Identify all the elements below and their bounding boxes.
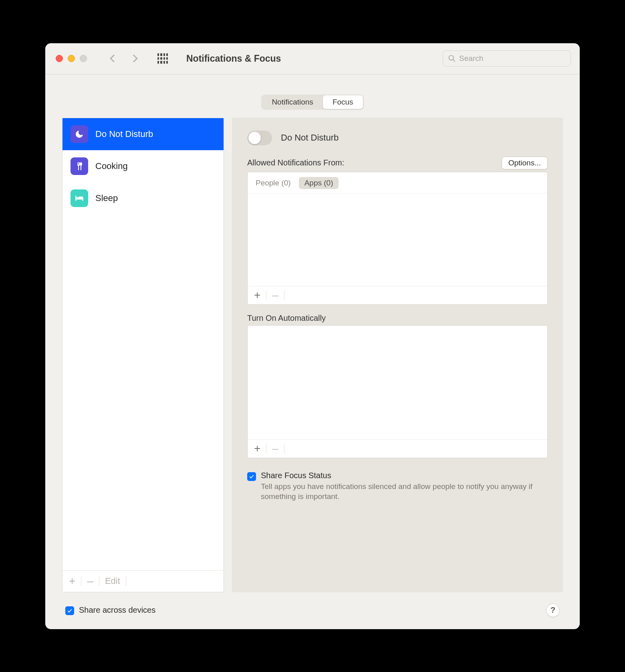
- divider: [99, 576, 99, 586]
- share-focus-checkbox[interactable]: [247, 472, 256, 481]
- segmented-control-wrap: Notifications Focus: [45, 95, 580, 110]
- edit-focus-button[interactable]: Edit: [105, 576, 120, 586]
- allowed-listbox: People (0) Apps (0) + –: [247, 172, 548, 305]
- add-focus-button[interactable]: +: [69, 575, 75, 587]
- bed-icon: [71, 189, 88, 207]
- divider: [266, 290, 266, 300]
- remove-allowed-button[interactable]: –: [272, 289, 278, 302]
- focus-list-footer: + – Edit: [62, 570, 224, 592]
- divider: [126, 576, 126, 586]
- focus-item-dnd[interactable]: Do Not Disturb: [62, 118, 224, 150]
- svg-line-1: [453, 60, 455, 62]
- search-input[interactable]: [459, 54, 566, 63]
- dnd-toggle-label: Do Not Disturb: [281, 133, 339, 143]
- auto-listbox: + –: [247, 325, 548, 458]
- window-title: Notifications & Focus: [186, 53, 438, 64]
- tab-people[interactable]: People (0): [256, 179, 291, 187]
- fork-knife-icon: [71, 157, 88, 175]
- search-icon: [448, 54, 456, 62]
- allowed-list-body: [248, 193, 547, 286]
- share-focus-desc: Tell apps you have notifications silence…: [261, 481, 548, 502]
- allowed-heading-row: Allowed Notifications From: Options...: [247, 157, 548, 169]
- show-all-prefs-button[interactable]: [157, 53, 168, 64]
- moon-icon: [71, 125, 88, 143]
- divider: [266, 444, 266, 453]
- focus-item-sleep[interactable]: Sleep: [62, 182, 224, 214]
- tab-notifications[interactable]: Notifications: [262, 95, 323, 109]
- share-devices-row: Share across devices: [65, 605, 155, 615]
- help-button[interactable]: ?: [546, 604, 560, 617]
- share-devices-label: Share across devices: [79, 606, 155, 615]
- remove-auto-button[interactable]: –: [272, 442, 278, 455]
- share-focus-row: Share Focus Status Tell apps you have no…: [247, 471, 548, 502]
- nav-arrows: [111, 56, 137, 61]
- remove-focus-button[interactable]: –: [87, 575, 93, 587]
- focus-item-label: Sleep: [95, 193, 118, 203]
- auto-list-body: [248, 326, 547, 439]
- tab-apps[interactable]: Apps (0): [299, 177, 339, 189]
- preferences-window: Notifications & Focus Notifications Focu…: [45, 43, 580, 629]
- divider: [284, 444, 284, 453]
- tab-focus[interactable]: Focus: [323, 95, 363, 109]
- titlebar: Notifications & Focus: [45, 43, 580, 74]
- forward-button[interactable]: [130, 54, 138, 62]
- zoom-window-button[interactable]: [80, 55, 87, 62]
- focus-item-label: Cooking: [95, 161, 128, 171]
- share-devices-checkbox[interactable]: [65, 606, 74, 615]
- search-field[interactable]: [443, 50, 571, 66]
- options-button[interactable]: Options...: [502, 157, 548, 169]
- allowed-section: Allowed Notifications From: Options... P…: [247, 157, 548, 305]
- add-auto-button[interactable]: +: [254, 442, 260, 455]
- auto-section: Turn On Automatically + –: [247, 314, 548, 458]
- minimize-window-button[interactable]: [68, 55, 75, 62]
- body: Do Not Disturb Cooking Sleep + – Edit: [62, 118, 563, 592]
- auto-heading-row: Turn On Automatically: [247, 314, 548, 323]
- window-bottom: Share across devices ?: [45, 604, 580, 629]
- close-window-button[interactable]: [56, 55, 63, 62]
- allowed-list-footer: + –: [248, 286, 547, 304]
- share-focus-text: Share Focus Status Tell apps you have no…: [261, 471, 548, 502]
- auto-heading: Turn On Automatically: [247, 314, 326, 323]
- back-button[interactable]: [110, 54, 118, 62]
- auto-list-footer: + –: [248, 439, 547, 458]
- share-focus-title: Share Focus Status: [261, 471, 548, 480]
- allowed-tabs: People (0) Apps (0): [248, 172, 547, 193]
- traffic-lights: [56, 55, 87, 62]
- toggle-row: Do Not Disturb: [247, 131, 548, 145]
- focus-list: Do Not Disturb Cooking Sleep + – Edit: [62, 118, 224, 592]
- add-allowed-button[interactable]: +: [254, 289, 260, 302]
- focus-item-label: Do Not Disturb: [95, 129, 153, 139]
- divider: [284, 290, 284, 300]
- focus-detail-panel: Do Not Disturb Allowed Notifications Fro…: [232, 118, 563, 592]
- allowed-heading: Allowed Notifications From:: [247, 158, 344, 167]
- focus-item-cooking[interactable]: Cooking: [62, 150, 224, 182]
- divider: [81, 576, 81, 586]
- segmented-control: Notifications Focus: [261, 95, 363, 110]
- dnd-toggle[interactable]: [247, 131, 272, 145]
